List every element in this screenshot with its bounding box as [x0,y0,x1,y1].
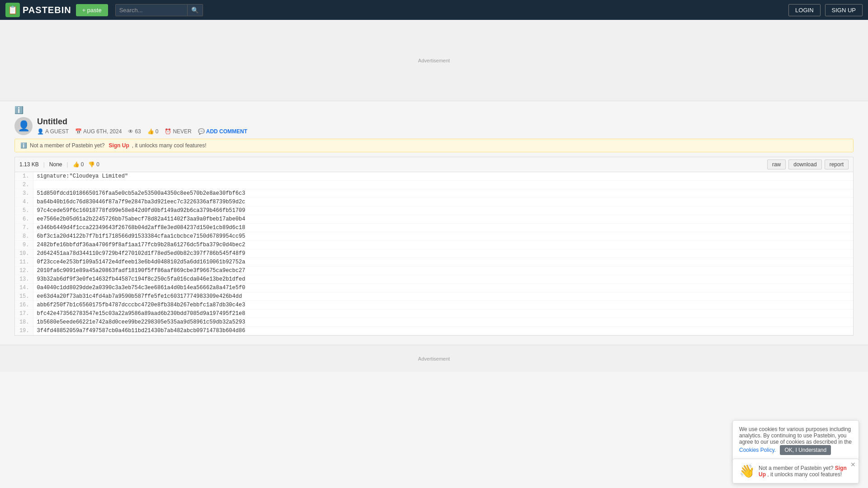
paste-info: Untitled 👤 A GUEST 📅 AUG 6TH, 2024 👁 63 … [37,117,854,135]
table-row: 17. bfc42e473562783547e15c03a22a9586a89a… [15,310,853,318]
logo-link[interactable]: 📋 PASTEBIN [5,3,71,17]
line-code: 2d642451aa78d344110c9729b4f270102d1f78ed… [33,249,853,258]
line-number: 2. [15,181,33,189]
thumbs-up-vote-icon: 👍 [73,161,80,168]
paste-date-meta: 📅 AUG 6TH, 2024 [75,128,122,135]
ad-bottom-label: Advertisement [418,356,450,361]
download-button[interactable]: download [788,160,821,169]
paste-expiry-meta: ⏰ NEVER [165,128,191,135]
separator1: | [43,161,45,168]
paste-meta: 👤 A GUEST 📅 AUG 6TH, 2024 👁 63 👍 0 ⏰ [37,128,854,135]
raw-button[interactable]: raw [767,160,786,169]
line-code: 6bf3c1a20d4122b7f7b1f1718566d91533384cfa… [33,232,853,241]
logo-icon: 📋 [5,3,20,17]
line-number: 7. [15,224,33,232]
line-code: 93b32ab6df9f3e0fe14632fb44587c194f8c250c… [33,275,853,284]
table-row: 9. 2482bfe16bbfdf36aa4706f9f8af1aa177fcb… [15,241,853,249]
search-button[interactable]: 🔍 [188,4,203,16]
paste-toolbar: 1.13 KB | None | 👍 0 👎 0 raw download re… [14,157,854,172]
notice-text: Not a member of Pastebin yet? [30,142,104,149]
notice-signup-link[interactable]: Sign Up [108,142,129,149]
line-number: 18. [15,318,33,327]
info-icon: ℹ️ [14,106,24,114]
paste-date: AUG 6TH, 2024 [83,128,122,135]
like-count: 0 [81,161,84,168]
dislike-count: 0 [96,161,99,168]
toolbar-right: raw download report [767,160,849,169]
member-notice: ℹ️ Not a member of Pastebin yet? Sign Up… [14,139,854,152]
line-code: 3f4fd48852059a7f497587cb0a46b11bd21430b7… [33,327,853,335]
line-code: 0a4040c1dd8029dde2a0390c3a3eb754c3ee6861… [33,284,853,292]
new-paste-button[interactable]: + paste [76,4,108,16]
table-row: 6. ee7566e2b05d61a2b2245726bb75abecf78d8… [15,215,853,224]
line-number: 3. [15,189,33,198]
table-row: 4. ba64b40b16dc76d830446f87a7f9e2847ba3d… [15,198,853,206]
line-number: 6. [15,215,33,224]
dislike-button[interactable]: 👎 0 [88,161,99,168]
login-button[interactable]: LOGIN [788,4,820,16]
like-button[interactable]: 👍 0 [73,161,84,168]
paste-author: A GUEST [45,128,69,135]
thumbs-up-icon: 👍 [147,128,154,135]
add-comment-meta: 💬 ADD COMMENT [198,128,247,135]
paste-likes-meta: 👍 0 [147,128,159,135]
clock-icon: ⏰ [165,128,171,135]
thumbs-down-vote-icon: 👎 [88,161,95,168]
line-code: 2482bfe16bbfdf36aa4706f9f8af1aa177fcb9b2… [33,241,853,249]
search-form: 🔍 [115,4,203,16]
line-code: ba64b40b16dc76d830446f87a7f9e2847ba3d921… [33,198,853,206]
code-container: 1. signature:"Cloudeya Limited" 2. 3. 51… [14,172,854,336]
paste-author-meta: 👤 A GUEST [37,128,69,135]
line-code: ee7566e2b05d61a2b2245726bb75abecf78d82a4… [33,215,853,224]
line-code: abb6f250f7b1c6560175fb4787dcccbc4720e8fb… [33,301,853,310]
table-row: 13. 93b32ab6df9f3e0fe14632fb44587c194f8c… [15,275,853,284]
paste-views-meta: 👁 63 [128,128,141,135]
line-code: signature:"Cloudeya Limited" [33,172,853,181]
table-row: 2. [15,181,853,189]
comment-icon: 💬 [198,128,205,135]
add-comment-link[interactable]: ADD COMMENT [206,128,247,135]
table-row: 15. ee63d4a20f73ab31c4fd4ab7a9590b587ffe… [15,292,853,301]
line-number: 19. [15,327,33,335]
line-number: 12. [15,267,33,275]
table-row: 14. 0a4040c1dd8029dde2a0390c3a3eb754c3ee… [15,284,853,292]
signup-button[interactable]: SIGN UP [825,4,863,16]
table-row: 3. 51d850fdcd10186650176faa5e0cb5a2e5350… [15,189,853,198]
line-number: 17. [15,310,33,318]
avatar: 👤 [14,117,33,135]
line-number: 8. [15,232,33,241]
line-code: 1b5680e5eede66221e742a8d0cee99be2298305e… [33,318,853,327]
paste-syntax: None [49,161,62,168]
paste-header: 👤 Untitled 👤 A GUEST 📅 AUG 6TH, 2024 👁 6… [14,117,854,135]
line-code: bfc42e473562783547e15c03a22a9586a89aad6b… [33,310,853,318]
table-row: 19. 3f4fd48852059a7f497587cb0a46b11bd214… [15,327,853,335]
line-number: 16. [15,301,33,310]
line-code [33,181,853,189]
line-number: 5. [15,206,33,215]
table-row: 7. e346b6449d4f1cca22349643f26768b04d2af… [15,224,853,232]
table-row: 12. 2010fa6c9091e89a45a20863fadf18190f5f… [15,267,853,275]
paste-expiry: NEVER [173,128,191,135]
ad-top-label: Advertisement [418,58,450,63]
separator2: | [67,161,68,168]
ad-top-banner: Advertisement [0,20,868,101]
line-number: 9. [15,241,33,249]
line-code: 2010fa6c9091e89a45a20863fadf18190f5ff86a… [33,267,853,275]
eye-icon: 👁 [128,128,133,135]
line-number: 15. [15,292,33,301]
line-number: 14. [15,284,33,292]
line-code: 97c4cede59f6c16018778fd99e58e842d0fd0bf1… [33,206,853,215]
line-number: 10. [15,249,33,258]
line-number: 4. [15,198,33,206]
line-code: 0f23cce4e253bf109a51472e4dfeeb13e6b4d048… [33,258,853,267]
notice-suffix: , it unlocks many cool features! [132,142,207,149]
paste-size: 1.13 KB [19,161,39,168]
table-row: 10. 2d642451aa78d344110c9729b4f270102d1f… [15,249,853,258]
report-button[interactable]: report [825,160,849,169]
search-input[interactable] [115,4,188,16]
table-row: 11. 0f23cce4e253bf109a51472e4dfeeb13e6b4… [15,258,853,267]
ad-bottom-banner: Advertisement [0,345,868,372]
line-number: 13. [15,275,33,284]
user-icon: 👤 [37,128,44,135]
table-row: 16. abb6f250f7b1c6560175fb4787dcccbc4720… [15,301,853,310]
